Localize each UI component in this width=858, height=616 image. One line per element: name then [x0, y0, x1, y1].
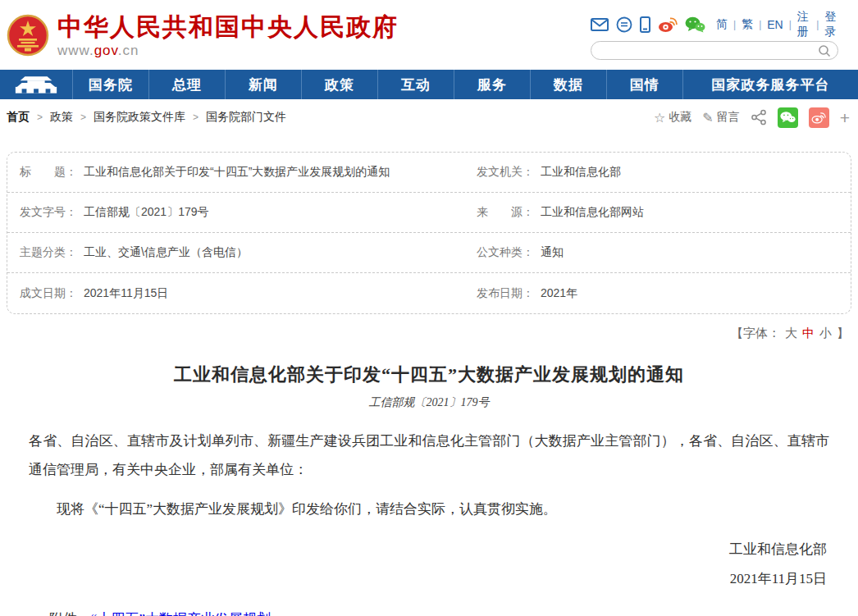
breadcrumb-home[interactable]: 首页: [7, 110, 30, 125]
tiananmen-icon[interactable]: [0, 70, 72, 99]
page-title: 工业和信息化部关于印发“十四五”大数据产业发展规划的通知: [0, 363, 858, 387]
login-link[interactable]: 登录: [824, 10, 838, 39]
nav-item-state-council[interactable]: 国务院: [72, 70, 148, 99]
breadcrumb: 首页 > 政策 > 国务院政策文件库 > 国务院部门文件: [7, 110, 286, 125]
meta-title-label: 标 题：: [20, 165, 77, 180]
document-meta-table: 标 题： 工业和信息化部关于印发“十四五”大数据产业发展规划的通知 发文机关： …: [7, 152, 851, 314]
meta-publish-date-label: 发布日期：: [477, 286, 534, 301]
lang-traditional[interactable]: 繁: [742, 17, 753, 32]
breadcrumb-policy-library[interactable]: 国务院政策文件库: [94, 110, 185, 125]
national-emblem-logo: [7, 14, 49, 57]
meta-topic-category-value: 工业、交通\信息产业（含电信）: [84, 245, 248, 260]
table-row: 发文字号： 工信部规〔2021〕179号 来 源： 工业和信息化部网站: [7, 193, 851, 233]
url-suffix: .cn: [118, 43, 139, 58]
quick-links-row: 简 | 繁 | EN | 注册 | 登录: [591, 14, 838, 35]
wechat-icon[interactable]: [685, 16, 705, 33]
table-row: 成文日期： 2021年11月15日 发布日期： 2021年: [7, 273, 851, 313]
font-size-small-button[interactable]: 小: [819, 326, 832, 340]
nav-item-gov-service-platform[interactable]: 国家政务服务平台: [682, 70, 858, 99]
attachment-row: 附件：“十四五”大数据产业发展规划: [29, 609, 829, 616]
meta-source-value: 工业和信息化部网站: [541, 205, 644, 220]
meta-doc-number-value: 工信部规〔2021〕179号: [84, 205, 209, 220]
meta-written-date-label: 成文日期：: [20, 286, 77, 301]
site-title: 中华人民共和国中央人民政府: [57, 13, 399, 41]
meta-publish-date-value: 2021年: [541, 286, 577, 301]
brand-text: 中华人民共和国中央人民政府 www.gov.cn: [57, 11, 399, 59]
meta-title-cell: 标 题： 工业和信息化部关于印发“十四五”大数据产业发展规划的通知: [7, 153, 429, 192]
attachment-link[interactable]: “十四五”大数据产业发展规划: [91, 611, 271, 616]
separator: |: [759, 19, 761, 30]
separator: |: [733, 19, 736, 30]
meta-issuing-agency-label: 发文机关：: [477, 165, 534, 180]
meta-doc-number-cell: 发文字号： 工信部规〔2021〕179号: [7, 193, 429, 232]
main-nav: 国务院 总理 新闻 政策 互动 服务 数据 国情 国家政务服务平台: [0, 70, 858, 99]
search-input[interactable]: [601, 43, 810, 58]
document-article: 工业和信息化部关于印发“十四五”大数据产业发展规划的通知 工信部规〔2021〕1…: [0, 363, 858, 616]
article-paragraph-body: 现将《“十四五”大数据产业发展规划》印发给你们，请结合实际，认真贯彻实施。: [29, 495, 829, 523]
meta-doc-type-value: 通知: [541, 245, 564, 260]
site-brand: 中华人民共和国中央人民政府 www.gov.cn: [7, 11, 399, 59]
meta-doc-type-cell: 公文种类： 通知: [429, 233, 851, 272]
url-prefix: www.: [57, 43, 94, 58]
separator: |: [789, 19, 792, 30]
weibo-icon[interactable]: [658, 16, 678, 33]
meta-topic-category-cell: 主题分类： 工业、交通\信息产业（含电信）: [7, 233, 429, 272]
font-size-medium-button[interactable]: 中: [802, 326, 815, 340]
meta-source-label: 来 源：: [477, 205, 534, 220]
font-bar-suffix: 】: [837, 326, 849, 340]
nav-item-policy[interactable]: 政策: [301, 70, 377, 99]
signer: 工业和信息化部: [31, 540, 827, 559]
table-row: 标 题： 工业和信息化部关于印发“十四五”大数据产业发展规划的通知 发文机关： …: [7, 153, 851, 193]
lang-links: 简 | 繁 | EN | 注册 | 登录: [716, 10, 838, 39]
meta-publish-date-cell: 发布日期： 2021年: [429, 273, 851, 313]
attachment-label: 附件：: [49, 611, 91, 616]
site-header: 中华人民共和国中央人民政府 www.gov.cn 简 | 繁: [0, 0, 858, 70]
separator: |: [816, 19, 819, 30]
lang-simplified[interactable]: 简: [716, 17, 728, 32]
breadcrumb-separator: >: [37, 112, 43, 123]
comment-label: 留言: [717, 110, 740, 125]
mail-icon[interactable]: [591, 18, 609, 31]
table-row: 主题分类： 工业、交通\信息产业（含电信） 公文种类： 通知: [7, 233, 851, 273]
nav-item-premier[interactable]: 总理: [148, 70, 225, 99]
favorite-button[interactable]: ☆ 收藏: [654, 110, 691, 125]
header-right: 简 | 繁 | EN | 注册 | 登录: [591, 14, 838, 60]
nav-item-services[interactable]: 服务: [454, 70, 530, 99]
breadcrumb-row: 首页 > 政策 > 国务院政策文件库 > 国务院部门文件 ☆ 收藏 ✎ 留言 +: [0, 99, 858, 135]
mobile-icon[interactable]: [640, 16, 650, 33]
wechat-share-icon[interactable]: [778, 107, 798, 128]
star-icon: ☆: [654, 110, 665, 125]
breadcrumb-department-docs[interactable]: 国务院部门文件: [206, 110, 286, 125]
meta-doc-type-label: 公文种类：: [477, 245, 534, 260]
url-highlight: gov: [94, 43, 118, 58]
nav-item-data[interactable]: 数据: [530, 70, 606, 99]
nav-item-news[interactable]: 新闻: [225, 70, 301, 99]
breadcrumb-separator: >: [80, 112, 86, 123]
meta-doc-number-label: 发文字号：: [20, 205, 77, 220]
more-share-button[interactable]: +: [840, 109, 850, 126]
nav-item-national-conditions[interactable]: 国情: [606, 70, 682, 99]
meta-issuing-agency-value: 工业和信息化部: [541, 165, 621, 180]
lang-english[interactable]: EN: [767, 18, 783, 31]
meta-title-value: 工业和信息化部关于印发“十四五”大数据产业发展规划的通知: [84, 165, 390, 180]
article-paragraph-addressees: 各省、自治区、直辖市及计划单列市、新疆生产建设兵团工业和信息化主管部门（大数据产…: [29, 427, 829, 484]
favorite-label: 收藏: [669, 110, 691, 125]
meta-topic-category-label: 主题分类：: [20, 245, 77, 260]
weibo-share-icon[interactable]: [809, 107, 829, 128]
font-size-selector: 【字体：大中小】: [0, 314, 858, 341]
site-url: www.gov.cn: [57, 43, 399, 59]
breadcrumb-policy[interactable]: 政策: [50, 110, 73, 125]
comment-button[interactable]: ✎ 留言: [702, 110, 739, 125]
font-size-large-button[interactable]: 大: [785, 326, 797, 340]
pencil-icon: ✎: [702, 110, 713, 125]
nav-item-interaction[interactable]: 互动: [377, 70, 454, 99]
comment-icon[interactable]: [616, 16, 632, 33]
search-box: [591, 41, 838, 60]
meta-issuing-agency-cell: 发文机关： 工业和信息化部: [429, 153, 851, 192]
sign-date: 2021年11月15日: [31, 569, 827, 588]
meta-source-cell: 来 源： 工业和信息化部网站: [429, 193, 851, 232]
search-icon[interactable]: [818, 44, 831, 61]
share-icon[interactable]: [751, 109, 767, 125]
register-link[interactable]: 注册: [797, 10, 811, 39]
meta-written-date-cell: 成文日期： 2021年11月15日: [7, 273, 429, 313]
